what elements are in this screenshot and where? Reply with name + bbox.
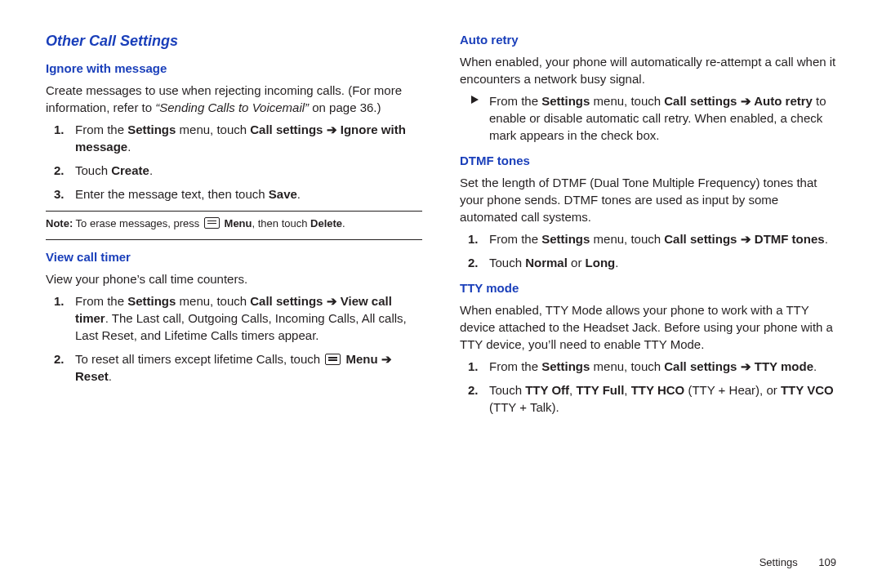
bold: Settings [541,359,590,373]
bullet-item: From the Settings menu, touch Call setti… [460,92,836,144]
bold: Call settings [664,94,740,108]
steps-list: From the Settings menu, touch Call setti… [46,292,422,385]
footer-section: Settings [760,556,798,568]
bold: TTY Full [576,383,624,397]
text: . [615,256,618,270]
step: Touch TTY Off, TTY Full, TTY HCO (TTY + … [489,381,836,416]
arrow-icon: ➔ [381,352,392,366]
text: . [342,217,345,229]
triangle-icon [471,96,479,104]
step: Enter the message text, then touch Save. [75,185,422,203]
text: . [109,369,112,383]
bold: Call settings [664,359,740,373]
text: From the [75,294,127,308]
text: menu, touch [590,359,664,373]
bold: Settings [541,232,590,246]
text: , [624,383,630,397]
bold: Long [586,256,616,270]
bold: Reset [75,369,109,383]
text: menu, touch [590,232,664,246]
page-number: 109 [818,556,836,568]
bold: Menu [221,217,252,229]
paragraph: View your phone’s call time counters. [46,270,422,287]
text: Touch [489,383,525,397]
bold: Settings [127,294,176,308]
step: Touch Normal or Long. [489,254,836,271]
bold: TTY Off [525,383,569,397]
paragraph: When enabled, TTY Mode allows your phone… [460,301,836,353]
bold: Normal [525,256,568,270]
arrow-icon: ➔ [741,232,751,246]
bold: Settings [541,94,590,108]
bold: Settings [127,122,176,136]
text: (TTY + Hear), or [684,383,781,397]
text: (TTY + Talk). [489,400,559,414]
steps-list: From the Settings menu, touch Call setti… [460,358,836,416]
manual-page: Other Call Settings Ignore with message … [0,0,882,588]
bold: Call settings [250,122,326,136]
text: menu, touch [176,294,250,308]
bold: Note: [46,217,73,229]
text: . [127,140,131,154]
bold: DTMF tones [751,232,825,246]
text: or [568,256,586,270]
bold: TTY VCO [781,383,834,397]
reference-italic: “Sending Calls to Voicemail” [155,100,309,114]
text: To erase messages, press [73,217,203,229]
text: . [149,163,153,177]
step: To reset all timers except lifetime Call… [75,350,422,385]
text: Enter the message text, then touch [75,187,269,201]
text: Touch [489,256,525,270]
paragraph: Set the length of DTMF (Dual Tone Multip… [460,174,836,225]
text: . [297,187,301,201]
step: From the Settings menu, touch Call setti… [75,292,422,344]
menu-icon [204,217,220,229]
text: , then touch [252,217,311,229]
bold: Save [269,187,297,201]
text: on page 36.) [309,100,381,114]
sub-heading-tty: TTY mode [460,279,836,296]
paragraph: Create messages to use when rejecting in… [46,82,422,116]
text: . The Last call, Outgoing Calls, Incomin… [75,311,407,342]
text: . [825,232,828,246]
text: From the [489,359,541,373]
arrow-icon: ➔ [327,294,337,308]
left-column: Other Call Settings Ignore with message … [46,31,422,422]
sub-heading-ignore: Ignore with message [46,60,422,77]
section-heading: Other Call Settings [46,31,422,51]
text: From the [489,232,541,246]
right-column: Auto retry When enabled, your phone will… [460,31,836,422]
bold: Call settings [664,232,740,246]
page-footer: Settings 109 [760,556,836,568]
text: To reset all timers except lifetime Call… [75,352,323,366]
bold: TTY mode [751,359,813,373]
step: From the Settings menu, touch Call setti… [489,358,836,375]
menu-icon [325,354,341,365]
divider [46,239,422,240]
step: From the Settings menu, touch Call setti… [489,230,836,247]
sub-heading-autoretry: Auto retry [460,31,836,48]
paragraph: When enabled, your phone will automatica… [460,53,836,87]
bold: Call settings [250,294,326,308]
step: From the Settings menu, touch Call setti… [75,121,422,155]
text: Touch [75,163,111,177]
bold: Auto retry [751,94,813,108]
arrow-icon: ➔ [741,94,751,108]
note: Note: To erase messages, press Menu, the… [46,216,422,231]
text: . [813,359,817,373]
text: From the [75,122,127,136]
text: menu, touch [590,94,664,108]
text: From the [489,94,541,108]
bold: TTY HCO [631,383,685,397]
columns: Other Call Settings Ignore with message … [46,31,836,422]
bold: Create [111,163,149,177]
text: menu, touch [176,122,250,136]
sub-heading-dtmf: DTMF tones [460,152,836,169]
steps-list: From the Settings menu, touch Call setti… [46,121,422,203]
bold: Delete [310,217,342,229]
arrow-icon: ➔ [327,122,337,136]
arrow-icon: ➔ [741,359,751,373]
divider [46,211,422,212]
bold: Menu [342,352,381,366]
steps-list: From the Settings menu, touch Call setti… [460,230,836,271]
